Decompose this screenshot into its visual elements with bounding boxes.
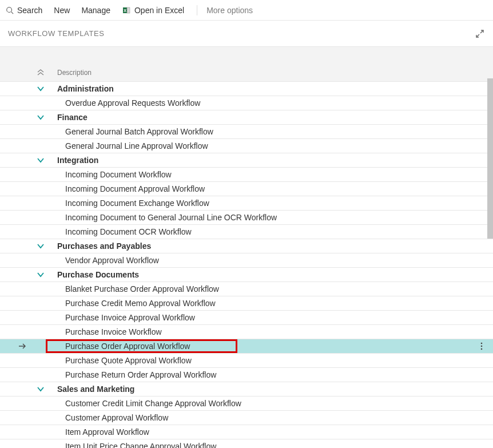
current-row-icon bbox=[18, 342, 27, 351]
svg-line-1 bbox=[11, 11, 14, 14]
svg-line-5 bbox=[476, 34, 479, 37]
open-excel-label: Open in Excel bbox=[134, 6, 184, 15]
list-item[interactable]: Purchase Quote Approval Workflow bbox=[0, 354, 493, 368]
svg-rect-3 bbox=[127, 7, 130, 13]
list-item[interactable]: General Journal Line Approval Workflow bbox=[0, 139, 493, 153]
list-item[interactable]: Blanket Purchase Order Approval Workflow bbox=[0, 282, 493, 296]
more-options-label: More options bbox=[206, 6, 253, 15]
svg-point-8 bbox=[481, 343, 483, 344]
chevron-down-icon[interactable] bbox=[37, 271, 45, 279]
search-icon bbox=[6, 6, 14, 14]
group-label: Purchase Documents bbox=[47, 270, 470, 279]
item-label: General Journal Line Approval Workflow bbox=[47, 141, 470, 150]
item-label: Purchase Invoice Approval Workflow bbox=[47, 313, 470, 322]
search-label: Search bbox=[17, 6, 42, 15]
item-label: Purchase Return Order Approval Workflow bbox=[47, 370, 470, 379]
chevron-down-icon[interactable] bbox=[37, 85, 45, 93]
item-label: Incoming Document to General Journal Lin… bbox=[47, 213, 470, 222]
list-item[interactable]: Incoming Document Workflow bbox=[0, 168, 493, 182]
group-row[interactable]: Finance bbox=[0, 110, 493, 125]
list-item[interactable]: Incoming Document Exchange Workflow bbox=[0, 196, 493, 211]
list-item[interactable]: Customer Credit Limit Change Approval Wo… bbox=[0, 397, 493, 411]
list: AdministrationOverdue Approval Requests … bbox=[0, 81, 493, 448]
svg-line-6 bbox=[480, 30, 483, 33]
item-label: Customer Credit Limit Change Approval Wo… bbox=[47, 399, 470, 408]
open-in-excel-button[interactable]: X Open in Excel bbox=[122, 6, 184, 15]
list-item[interactable]: Vendor Approval Workflow bbox=[0, 253, 493, 268]
item-label: General Journal Batch Approval Workflow bbox=[47, 127, 470, 136]
list-item[interactable]: Purchase Invoice Approval Workflow bbox=[0, 311, 493, 325]
item-label: Purchase Credit Memo Approval Workflow bbox=[47, 299, 470, 308]
list-item[interactable]: Overdue Approval Requests Workflow bbox=[0, 96, 493, 110]
chevron-down-icon[interactable] bbox=[37, 242, 45, 250]
svg-text:X: X bbox=[124, 8, 126, 12]
group-row[interactable]: Purchase Documents bbox=[0, 268, 493, 282]
item-label: Blanket Purchase Order Approval Workflow bbox=[47, 284, 470, 294]
item-label: Purchase Order Approval Workflow bbox=[47, 342, 470, 351]
item-label: Overdue Approval Requests Workflow bbox=[47, 98, 470, 108]
list-item[interactable]: Incoming Document to General Journal Lin… bbox=[0, 211, 493, 225]
list-item[interactable]: Purchase Credit Memo Approval Workflow bbox=[0, 296, 493, 311]
new-button[interactable]: New bbox=[54, 6, 70, 15]
list-item[interactable]: Item Approval Workflow bbox=[0, 425, 493, 439]
excel-icon: X bbox=[122, 6, 131, 15]
svg-point-9 bbox=[481, 346, 483, 347]
toolbar: Search New Manage X Open in Excel More o… bbox=[0, 0, 493, 21]
group-label: Finance bbox=[47, 113, 470, 122]
list-item[interactable]: Item Unit Price Change Approval Workflow bbox=[0, 439, 493, 448]
manage-button[interactable]: Manage bbox=[81, 6, 110, 15]
chevron-down-icon[interactable] bbox=[37, 113, 45, 121]
item-label: Item Approval Workflow bbox=[47, 427, 470, 437]
group-row[interactable]: Administration bbox=[0, 82, 493, 96]
svg-point-10 bbox=[481, 348, 483, 350]
group-row[interactable]: Sales and Marketing bbox=[0, 382, 493, 397]
group-label: Sales and Marketing bbox=[47, 384, 470, 394]
svg-point-0 bbox=[7, 7, 12, 12]
manage-label: Manage bbox=[81, 6, 110, 15]
list-item[interactable]: Purchase Order Approval Workflow bbox=[0, 339, 493, 354]
item-label: Vendor Approval Workflow bbox=[47, 256, 470, 265]
group-label: Purchases and Payables bbox=[47, 241, 470, 251]
group-label: Administration bbox=[47, 84, 470, 93]
item-label: Incoming Document Workflow bbox=[47, 170, 470, 179]
item-label: Incoming Document OCR Workflow bbox=[47, 227, 470, 236]
list-item[interactable]: Purchase Invoice Workflow bbox=[0, 325, 493, 339]
toolbar-divider bbox=[197, 5, 197, 15]
content-area: Description AdministrationOverdue Approv… bbox=[0, 47, 493, 448]
item-label: Incoming Document Exchange Workflow bbox=[47, 199, 470, 208]
column-description[interactable]: Description bbox=[47, 69, 92, 77]
chevron-down-icon[interactable] bbox=[37, 156, 45, 164]
expand-button[interactable] bbox=[475, 29, 485, 39]
item-label: Item Unit Price Change Approval Workflow bbox=[47, 442, 470, 448]
page-title-bar: WORKFLOW TEMPLATES bbox=[0, 21, 493, 47]
page-title: WORKFLOW TEMPLATES bbox=[8, 29, 105, 38]
list-item[interactable]: Purchase Return Order Approval Workflow bbox=[0, 368, 493, 382]
collapse-all-icon[interactable] bbox=[37, 69, 45, 77]
more-options-button[interactable]: More options bbox=[206, 6, 253, 15]
group-row[interactable]: Purchases and Payables bbox=[0, 239, 493, 253]
group-row[interactable]: Integration bbox=[0, 153, 493, 168]
item-label: Customer Approval Workflow bbox=[47, 413, 470, 422]
list-item[interactable]: Customer Approval Workflow bbox=[0, 411, 493, 425]
chevron-down-icon[interactable] bbox=[37, 385, 45, 393]
item-label: Purchase Invoice Workflow bbox=[47, 327, 470, 336]
list-item[interactable]: General Journal Batch Approval Workflow bbox=[0, 125, 493, 139]
new-label: New bbox=[54, 6, 70, 15]
item-label: Incoming Document Approval Workflow bbox=[47, 184, 470, 193]
list-item[interactable]: Incoming Document OCR Workflow bbox=[0, 225, 493, 239]
item-label: Purchase Quote Approval Workflow bbox=[47, 356, 470, 365]
list-item[interactable]: Incoming Document Approval Workflow bbox=[0, 182, 493, 196]
group-label: Integration bbox=[47, 156, 470, 165]
expand-icon bbox=[475, 29, 485, 39]
column-header: Description bbox=[0, 64, 493, 81]
scrollbar[interactable] bbox=[487, 78, 493, 239]
more-actions-icon[interactable] bbox=[480, 342, 483, 350]
search-button[interactable]: Search bbox=[6, 6, 42, 15]
